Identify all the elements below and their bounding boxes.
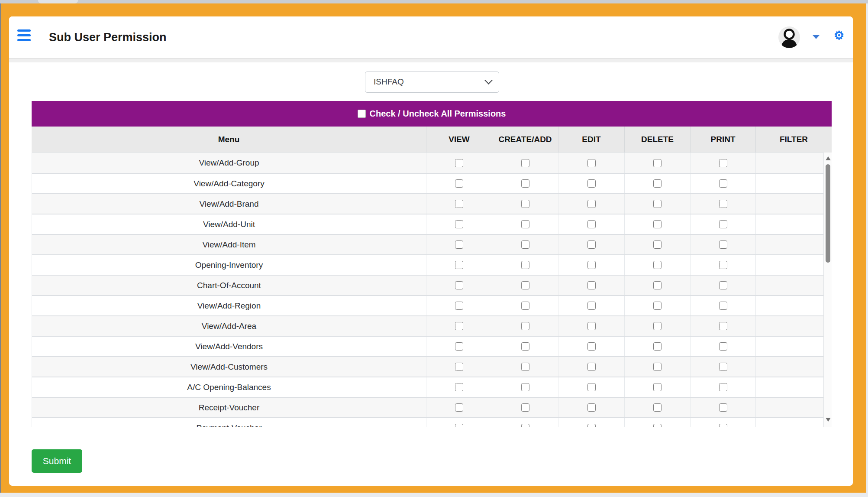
checkbox-print[interactable]: [719, 240, 727, 249]
cell-print: [690, 316, 755, 336]
checkbox-create-add[interactable]: [521, 403, 529, 412]
checkbox-edit[interactable]: [587, 342, 596, 351]
checkbox-delete[interactable]: [653, 403, 661, 412]
checkbox-edit[interactable]: [587, 424, 596, 427]
checkbox-edit[interactable]: [587, 159, 596, 167]
vertical-scrollbar[interactable]: [824, 153, 832, 427]
checkbox-view[interactable]: [455, 220, 463, 228]
checkbox-view[interactable]: [455, 281, 463, 289]
checkbox-print[interactable]: [719, 179, 727, 188]
checkbox-delete[interactable]: [653, 159, 661, 167]
column-header-edit: EDIT: [558, 127, 624, 153]
scrollbar-up-arrow-icon[interactable]: [826, 156, 831, 160]
checkbox-create-add[interactable]: [521, 363, 529, 371]
cell-print: [690, 357, 755, 377]
checkbox-edit[interactable]: [587, 281, 596, 289]
cell-filter: [755, 255, 823, 275]
cell-print: [690, 235, 755, 254]
checkbox-view[interactable]: [455, 261, 463, 269]
checkbox-view[interactable]: [455, 342, 463, 351]
checkbox-print[interactable]: [719, 322, 727, 330]
checkbox-delete[interactable]: [653, 261, 661, 269]
hamburger-menu-icon[interactable]: [17, 29, 31, 42]
checkbox-edit[interactable]: [587, 240, 596, 249]
caret-down-icon[interactable]: [813, 35, 820, 39]
checkbox-print[interactable]: [719, 403, 727, 412]
checkbox-print[interactable]: [719, 261, 727, 269]
submit-button[interactable]: Submit: [32, 449, 82, 473]
checkbox-create-add[interactable]: [521, 220, 529, 228]
checkbox-delete[interactable]: [653, 200, 661, 208]
cell-create-add: [492, 174, 558, 193]
checkbox-edit[interactable]: [587, 383, 596, 391]
checkbox-edit[interactable]: [587, 403, 596, 412]
checkbox-delete[interactable]: [653, 424, 661, 427]
checkbox-print[interactable]: [719, 383, 727, 391]
scrollbar-down-arrow-icon[interactable]: [826, 418, 831, 422]
checkbox-print[interactable]: [719, 159, 727, 167]
table-row: View/Add-Category: [32, 173, 823, 193]
checkbox-edit[interactable]: [587, 179, 596, 188]
checkbox-view[interactable]: [455, 159, 463, 167]
cell-edit: [558, 357, 624, 377]
checkbox-delete[interactable]: [653, 240, 661, 249]
checkbox-delete[interactable]: [653, 342, 661, 351]
checkbox-print[interactable]: [719, 200, 727, 208]
checkbox-create-add[interactable]: [521, 240, 529, 249]
checkbox-delete[interactable]: [653, 322, 661, 330]
checkbox-print[interactable]: [719, 302, 727, 310]
checkbox-create-add[interactable]: [521, 424, 529, 427]
checkbox-edit[interactable]: [587, 322, 596, 330]
cell-view: [426, 398, 492, 417]
checkbox-view[interactable]: [455, 179, 463, 188]
checkbox-create-add[interactable]: [521, 302, 529, 310]
checkbox-create-add[interactable]: [521, 200, 529, 208]
check-all-checkbox[interactable]: [358, 110, 366, 118]
scrollbar-thumb[interactable]: [826, 164, 830, 263]
checkbox-delete[interactable]: [653, 302, 661, 310]
checkbox-view[interactable]: [455, 302, 463, 310]
gear-icon[interactable]: ⚙: [834, 28, 844, 43]
checkbox-delete[interactable]: [653, 281, 661, 289]
cell-delete: [624, 194, 690, 214]
checkbox-print[interactable]: [719, 342, 727, 351]
checkbox-print[interactable]: [719, 363, 727, 371]
cell-create-add: [492, 296, 558, 315]
menu-cell: View/Add-Item: [32, 235, 426, 254]
checkbox-print[interactable]: [719, 424, 727, 427]
sub-user-select[interactable]: ISHFAQ: [365, 71, 499, 93]
checkbox-view[interactable]: [455, 424, 463, 427]
checkbox-create-add[interactable]: [521, 383, 529, 391]
checkbox-edit[interactable]: [587, 302, 596, 310]
table-row: View/Add-Brand: [32, 193, 823, 214]
checkbox-view[interactable]: [455, 200, 463, 208]
cell-print: [690, 153, 755, 173]
checkbox-delete[interactable]: [653, 179, 661, 188]
checkbox-edit[interactable]: [587, 220, 596, 228]
checkbox-delete[interactable]: [653, 363, 661, 371]
checkbox-create-add[interactable]: [521, 322, 529, 330]
checkbox-edit[interactable]: [587, 200, 596, 208]
checkbox-view[interactable]: [455, 240, 463, 249]
cell-filter: [755, 357, 823, 377]
checkbox-view[interactable]: [455, 363, 463, 371]
check-all-banner: Check / Uncheck All Permissions: [32, 101, 832, 127]
checkbox-edit[interactable]: [587, 261, 596, 269]
checkbox-create-add[interactable]: [521, 261, 529, 269]
cell-create-add: [492, 357, 558, 377]
checkbox-create-add[interactable]: [521, 159, 529, 167]
checkbox-create-add[interactable]: [521, 281, 529, 289]
checkbox-view[interactable]: [455, 403, 463, 412]
cell-filter: [755, 194, 823, 214]
checkbox-view[interactable]: [455, 383, 463, 391]
checkbox-delete[interactable]: [653, 220, 661, 228]
checkbox-view[interactable]: [455, 322, 463, 330]
checkbox-delete[interactable]: [653, 383, 661, 391]
checkbox-create-add[interactable]: [521, 179, 529, 188]
checkbox-print[interactable]: [719, 220, 727, 228]
checkbox-print[interactable]: [719, 281, 727, 289]
checkbox-edit[interactable]: [587, 363, 596, 371]
sub-user-select-value: ISHFAQ: [374, 72, 404, 91]
checkbox-create-add[interactable]: [521, 342, 529, 351]
user-avatar-icon[interactable]: [778, 26, 800, 48]
